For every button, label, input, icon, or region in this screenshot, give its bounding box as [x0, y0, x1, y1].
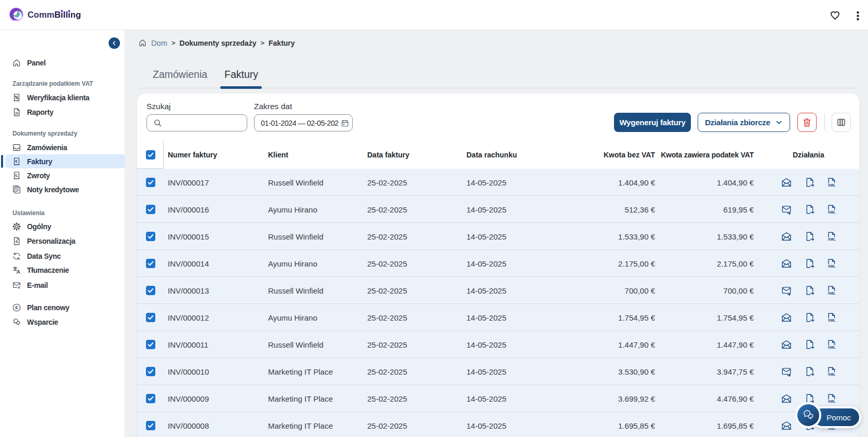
- svg-text:XML: XML: [828, 346, 836, 349]
- svg-text:XML: XML: [828, 237, 836, 241]
- svg-text:XML: XML: [828, 373, 836, 376]
- svg-text:XML: XML: [828, 319, 836, 322]
- svg-text:XML: XML: [828, 210, 836, 214]
- svg-text:XML: XML: [828, 183, 836, 187]
- svg-text:€: €: [15, 305, 18, 310]
- svg-text:€: €: [15, 159, 18, 164]
- svg-text:XML: XML: [828, 292, 836, 295]
- svg-text:XML: XML: [828, 264, 836, 268]
- svg-text:XML: XML: [828, 400, 836, 403]
